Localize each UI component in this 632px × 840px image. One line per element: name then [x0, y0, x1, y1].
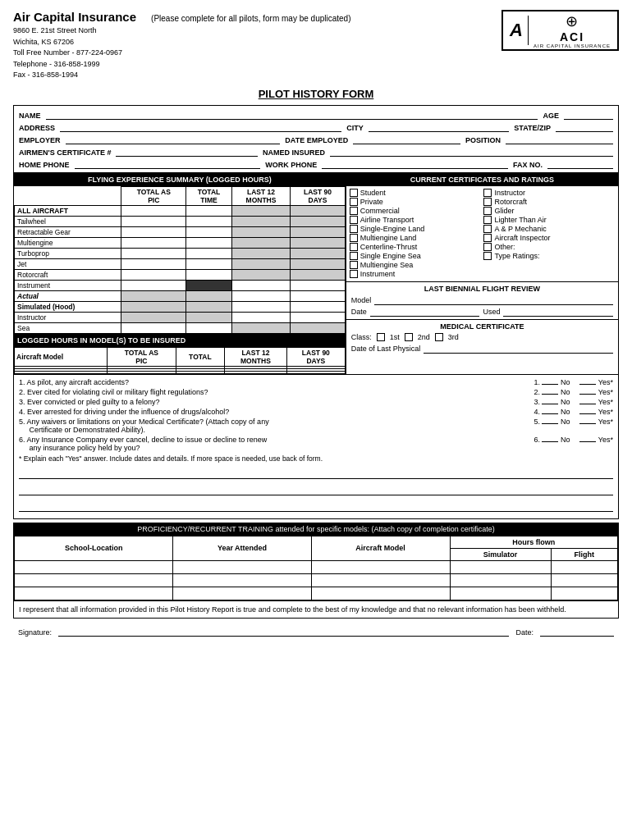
medical-2nd-checkbox[interactable] [405, 333, 413, 341]
logo-divider [528, 16, 529, 45]
age-field[interactable] [564, 109, 613, 120]
flying-experience-col: FLYING EXPERIENCE SUMMARY (LOGGED HOURS)… [14, 173, 346, 374]
all-aircraft-pic[interactable] [121, 205, 186, 216]
signature-label: Signature: [18, 628, 52, 637]
fax-no-field[interactable] [547, 158, 613, 169]
address-field[interactable] [60, 121, 341, 132]
medical-1st-checkbox[interactable] [377, 333, 385, 341]
aircraft-inspector-checkbox[interactable] [483, 234, 492, 242]
ap-mechanic-checkbox[interactable] [483, 225, 492, 233]
instrument-checkbox[interactable] [350, 270, 358, 278]
commercial-checkbox[interactable] [350, 207, 358, 215]
training-flight-header: Flight [551, 548, 618, 560]
training-table: School-Location Year Attended Aircraft M… [14, 536, 618, 600]
table-row: Instructor [15, 312, 346, 322]
flying-exp-header: FLYING EXPERIENCE SUMMARY (LOGGED HOURS) [14, 173, 346, 186]
all-aircraft-total[interactable] [186, 205, 232, 216]
medical-1st-label: 1st [390, 333, 400, 341]
mel-checkbox[interactable] [350, 234, 358, 242]
named-insured-field[interactable] [330, 146, 613, 157]
atp-checkbox[interactable] [350, 216, 358, 224]
glider-checkbox[interactable] [483, 207, 492, 215]
cert-sel: Single-Engine Land [350, 225, 481, 233]
training-year-header: Year Attended [173, 536, 311, 560]
training-school-header: School-Location [15, 536, 173, 560]
employer-field[interactable] [66, 134, 281, 144]
lighter-than-air-checkbox[interactable] [483, 216, 492, 224]
medical-date-label: Date of Last Physical [351, 345, 421, 353]
type-ratings-checkbox[interactable] [483, 252, 492, 260]
date-label: Date: [515, 628, 534, 637]
flying-exp-table: TOTAL ASPIC TOTALTIME LAST 12MONTHS LAST… [14, 186, 346, 334]
question-6: 6. Any Insurance Company ever cancel, de… [19, 436, 613, 452]
table-row: Jet [15, 258, 346, 269]
airmens-cert-field[interactable] [116, 146, 258, 157]
biennial-model-field[interactable] [374, 295, 613, 305]
biennial-date-label: Date [351, 308, 367, 316]
cert-type-ratings: Type Ratings: [483, 252, 615, 260]
medical-section: MEDICAL CERTIFICATE Class: 1st 2nd 3rd D… [346, 319, 618, 356]
attestation-section: I represent that all information provide… [13, 601, 619, 619]
table-row: ALL AIRCRAFT [15, 205, 346, 216]
name-label: NAME [19, 112, 41, 120]
question-4: 4. Ever arrested for driving under the i… [19, 408, 613, 416]
col-last90: LAST 90DAYS [291, 186, 346, 205]
other-checkbox[interactable] [483, 243, 492, 251]
cert-instrument: Instrument [350, 270, 481, 278]
table-row: Turboprop [15, 248, 346, 258]
city-field[interactable] [369, 121, 510, 132]
company-logo: A ⊕ ACI AIR CAPITAL INSURANCE [501, 10, 619, 51]
note-line-2[interactable] [19, 482, 613, 495]
personal-info-section: NAME AGE ADDRESS CITY STATE/ZIP EMPLOYER… [13, 105, 619, 173]
question-5: 5. Any waivers or limitations on your Me… [19, 418, 613, 434]
name-field[interactable] [46, 109, 538, 120]
medical-3rd-checkbox[interactable] [435, 333, 443, 341]
col-total-pic: TOTAL ASPIC [121, 186, 186, 205]
sel-checkbox[interactable] [350, 225, 358, 233]
experience-certs-section: FLYING EXPERIENCE SUMMARY (LOGGED HOURS)… [13, 173, 619, 375]
signature-section: Signature: Date: [13, 619, 619, 637]
note-line-1[interactable] [19, 466, 613, 479]
date-employed-label: DATE EMPLOYED [285, 136, 348, 144]
instructor-checkbox[interactable] [483, 189, 492, 197]
position-field[interactable] [506, 134, 613, 144]
table-row: Simulated (Hood) [15, 301, 346, 312]
home-phone-field[interactable] [75, 158, 261, 169]
fax-no-label: FAX NO. [513, 161, 543, 169]
named-insured-label: NAMED INSURED [263, 148, 325, 157]
rotorcraft-checkbox[interactable] [483, 198, 492, 206]
centerline-checkbox[interactable] [350, 243, 358, 251]
mes-checkbox[interactable] [350, 261, 358, 269]
certs-col: CURRENT CERTIFICATES AND RATINGS Student… [346, 173, 618, 374]
form-subtitle: (Please complete for all pilots, form ma… [151, 14, 350, 23]
airmens-cert-label: AIRMEN'S CERTIFICATE # [19, 148, 111, 157]
student-checkbox[interactable] [350, 189, 358, 197]
cert-student: Student [350, 189, 481, 197]
table-row [15, 560, 618, 573]
col-total-time: TOTALTIME [186, 186, 232, 205]
table-row [15, 573, 618, 587]
logo-aci: ⊕ ACI AIR CAPITAL INSURANCE [534, 12, 611, 48]
cert-aircraft-inspector: Aircraft Inspector [483, 234, 615, 242]
training-section: PROFICIENCY/RECURRENT TRAINING attended … [13, 523, 619, 601]
certs-header: CURRENT CERTIFICATES AND RATINGS [346, 173, 618, 186]
biennial-used-field[interactable] [503, 307, 613, 317]
biennial-date-field[interactable] [370, 307, 480, 317]
cert-private: Private [350, 198, 481, 206]
certs-grid: Student Private Commercial Airline Trans… [346, 186, 618, 281]
ses-checkbox[interactable] [350, 252, 358, 260]
date-employed-field[interactable] [353, 134, 460, 144]
medical-class-label: Class: [351, 333, 372, 341]
position-label: POSITION [465, 136, 501, 144]
private-checkbox[interactable] [350, 198, 358, 206]
home-phone-label: HOME PHONE [19, 161, 70, 169]
date-field[interactable] [540, 623, 614, 637]
medical-date-field[interactable] [424, 344, 613, 354]
question-2: 2. Ever cited for violating civil or mil… [19, 388, 613, 396]
signature-field[interactable] [58, 623, 509, 637]
note-line-3[interactable] [19, 499, 613, 512]
cert-ap-mechanic: A & P Mechanic [483, 225, 615, 233]
work-phone-field[interactable] [322, 158, 508, 169]
cert-centerline: Centerline-Thrust [350, 243, 481, 251]
state-zip-field[interactable] [556, 121, 613, 132]
